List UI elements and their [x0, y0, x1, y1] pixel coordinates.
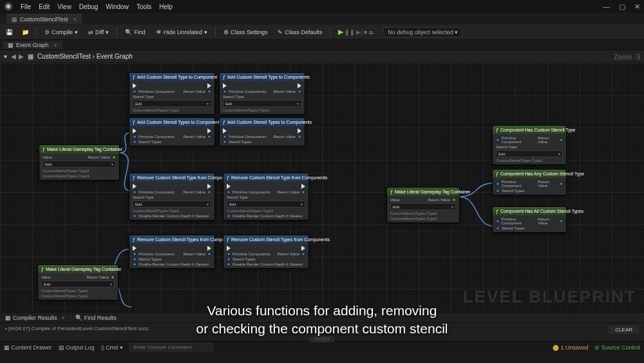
- node-remove-type-single[interactable]: ƒRemove Custom Stencil Type from Compone…: [129, 173, 215, 221]
- graph-tab-row: ▦ Event Graph ×: [0, 40, 644, 50]
- node-add-types-multi[interactable]: ƒAdd Custom Stencil Types to Components …: [219, 117, 305, 146]
- browse-button[interactable]: 📁: [20, 28, 31, 37]
- pause-button[interactable]: ❚❚: [345, 29, 355, 35]
- caption-overlay: Various functions for adding, removing o…: [196, 302, 448, 337]
- statusbar: ▦ Content Drawer ▤ Output Log ▯ Cmd ▾ ⬤ …: [0, 341, 644, 353]
- stop-button[interactable]: ■: [364, 29, 367, 35]
- breadcrumb: ▾ ◀ ▶ ▦ CustomStencilTest › Event Graph …: [0, 50, 644, 63]
- node-add-type-multi[interactable]: ƒAdd Custom Stencil Type to Components P…: [219, 72, 305, 115]
- node-has-type[interactable]: ƒComponent Has Custom Stencil Type Primi…: [492, 125, 567, 165]
- class-defaults-button[interactable]: ✎Class Defaults: [275, 28, 325, 37]
- ue-logo-icon: [4, 2, 13, 11]
- diff-button[interactable]: ⇄Diff ▾: [86, 28, 111, 37]
- node-remove-type-multi[interactable]: ƒRemove Custom Stencil Type from Compone…: [223, 173, 309, 221]
- titlebar: File Edit View Debug Window Tools Help —…: [0, 0, 644, 13]
- node-has-any-type[interactable]: ƒComponent Has Any Custom Stencil Type P…: [492, 169, 567, 195]
- main-menu: File Edit View Debug Window Tools Help: [21, 3, 173, 10]
- node-remove-types-multi[interactable]: ƒRemove Custom Stencil Types from Compon…: [223, 235, 309, 269]
- close-tab-icon[interactable]: ×: [73, 16, 77, 23]
- menu-edit[interactable]: Edit: [39, 3, 50, 10]
- find-results-tab[interactable]: 🔍 Find Results: [73, 314, 119, 322]
- menu-tools[interactable]: Tools: [137, 3, 151, 10]
- debug-object-select[interactable]: No debug object selected ▾: [383, 27, 462, 37]
- cmd-label: ▯ Cmd ▾: [101, 344, 123, 351]
- save-button[interactable]: 💾: [4, 28, 15, 37]
- menu-view[interactable]: View: [57, 3, 71, 10]
- graph-icon: ▦: [8, 42, 14, 48]
- content-drawer-button[interactable]: ▦ Content Drawer: [4, 344, 52, 351]
- compiler-results-tab[interactable]: ▦ Compiler Results ×: [3, 314, 68, 322]
- node-tag-container-1[interactable]: ƒMake Literal Gameplay Tag Container Val…: [39, 144, 120, 181]
- node-tag-container-2[interactable]: ƒMake Literal Gameplay Tag Container Val…: [37, 264, 118, 300]
- output-log-button[interactable]: ▤ Output Log: [59, 344, 95, 351]
- find-button[interactable]: 🔍Find: [122, 28, 148, 37]
- compile-button[interactable]: ⚙Compile ▾: [42, 28, 80, 37]
- window-max-button[interactable]: ▢: [619, 3, 625, 11]
- step-button[interactable]: ▶|: [356, 29, 362, 35]
- nav-back-button[interactable]: ◀: [11, 53, 16, 60]
- menu-file[interactable]: File: [21, 3, 31, 10]
- nav-menu-icon[interactable]: ▾: [4, 53, 7, 60]
- zoom-indicator: Zoom -3: [614, 53, 640, 61]
- event-graph-tab[interactable]: ▦ Event Graph ×: [3, 41, 62, 49]
- eject-button[interactable]: ⏏: [368, 29, 374, 35]
- source-control-button[interactable]: ⊘ Source Control: [594, 344, 640, 351]
- graph-watermark: LEVEL BLUEPRINT: [463, 287, 636, 307]
- close-graph-tab-icon[interactable]: ×: [54, 42, 57, 48]
- nav-fwd-button[interactable]: ▶: [19, 53, 24, 60]
- node-add-type-single[interactable]: ƒAdd Custom Stencil Type to Component Pr…: [129, 72, 215, 115]
- compile-message: [4434.67] Compile of PersistentLevel.Cus…: [8, 326, 149, 331]
- asset-tab[interactable]: ▦ CustomStencilTest ×: [6, 14, 82, 24]
- window-close-button[interactable]: ✕: [634, 3, 640, 11]
- menu-debug[interactable]: Debug: [79, 3, 98, 10]
- hide-unrelated-button[interactable]: 👁Hide Unrelated ▾: [153, 28, 210, 37]
- node-add-types-single[interactable]: ƒAdd Custom Stencil Types to Component P…: [129, 117, 215, 146]
- asset-tab-label: CustomStencilTest: [20, 16, 68, 23]
- node-tag-container-3[interactable]: ƒMake Literal Gameplay Tag Container Val…: [386, 187, 460, 223]
- class-settings-button[interactable]: ⚙Class Settings: [221, 28, 270, 37]
- play-button[interactable]: ▶: [338, 28, 343, 36]
- blueprint-icon: ▦: [12, 16, 17, 23]
- asset-tab-row: ▦ CustomStencilTest ×: [0, 13, 644, 25]
- node-has-all-types[interactable]: ƒComponent Has All Custom Stencil Types …: [492, 206, 567, 233]
- toolbar: 💾 📁 ⚙Compile ▾ ⇄Diff ▾ 🔍Find 👁Hide Unrel…: [0, 25, 644, 40]
- unsaved-indicator[interactable]: ⬤ 1 Unsaved: [553, 344, 589, 351]
- graph-canvas[interactable]: ƒAdd Custom Stencil Type to Component Pr…: [0, 63, 644, 312]
- menu-help[interactable]: Help: [159, 3, 173, 10]
- graph-home-icon[interactable]: ▦: [28, 53, 33, 60]
- node-remove-types-single[interactable]: ƒRemove Custom Stencil Types from Compon…: [129, 235, 215, 269]
- window-min-button[interactable]: —: [603, 3, 610, 11]
- menu-window[interactable]: Window: [106, 3, 129, 10]
- console-input[interactable]: [129, 343, 213, 351]
- clear-button[interactable]: CLEAR: [609, 326, 639, 334]
